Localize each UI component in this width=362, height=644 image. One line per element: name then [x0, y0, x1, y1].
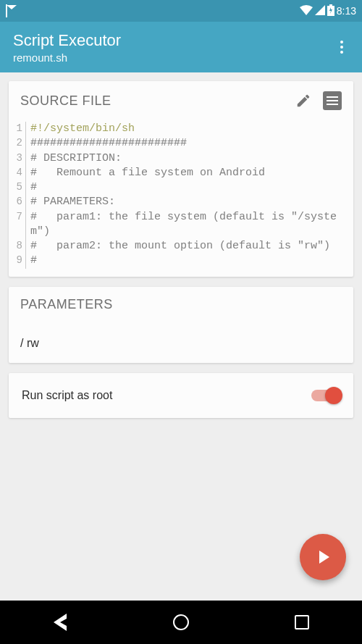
parameters-value[interactable]: / rw: [20, 337, 342, 350]
signal-icon: [315, 5, 325, 17]
code-line: 6# PARAMETERS:: [14, 195, 343, 209]
code-line: 9#: [14, 254, 343, 268]
line-number: 6: [14, 195, 26, 209]
wifi-icon: [300, 5, 313, 17]
code-block[interactable]: 1#!/system/bin/sh2######################…: [9, 117, 353, 277]
line-number: 8: [14, 239, 26, 254]
code-line: 5#: [14, 180, 343, 195]
line-number: 9: [14, 254, 26, 268]
overflow-menu-icon[interactable]: [334, 35, 349, 59]
line-text: # PARAMETERS:: [30, 195, 343, 209]
run-as-root-card: Run script as root: [9, 373, 353, 418]
app-bar: Script Executor remount.sh: [0, 22, 362, 72]
line-number: 1: [14, 122, 26, 136]
edit-icon[interactable]: [294, 91, 313, 110]
line-text: #: [30, 180, 343, 195]
parameters-card: PARAMETERS / rw: [9, 287, 353, 363]
app-title: Script Executor: [13, 31, 121, 50]
run-fab[interactable]: [300, 534, 346, 580]
line-text: # Remount a file system on Android: [30, 166, 343, 180]
parameters-header: PARAMETERS: [20, 297, 113, 312]
source-file-header: SOURCE FILE: [20, 93, 111, 109]
svg-rect-1: [329, 4, 332, 6]
code-line: 1#!/system/bin/sh: [14, 122, 343, 136]
line-text: #!/system/bin/sh: [30, 122, 343, 136]
line-text: # param2: the mount option (default is "…: [30, 239, 343, 254]
code-line: 2########################: [14, 136, 343, 151]
nav-back-button[interactable]: [50, 612, 70, 632]
code-line: 3# DESCRIPTION:: [14, 151, 343, 166]
gmail-icon: [6, 5, 7, 17]
battery-icon: [327, 4, 334, 18]
line-number: 7: [14, 210, 26, 240]
navigation-bar: [0, 601, 362, 644]
list-icon[interactable]: [323, 91, 342, 110]
code-line: 8# param2: the mount option (default is …: [14, 239, 343, 254]
run-as-root-label: Run script as root: [22, 389, 112, 402]
run-as-root-switch[interactable]: [311, 390, 340, 401]
source-file-card: SOURCE FILE 1#!/system/bin/sh2##########…: [9, 81, 353, 277]
status-time: 8:13: [337, 5, 356, 17]
status-bar: 8:13: [0, 0, 362, 22]
line-number: 3: [14, 151, 26, 166]
line-number: 2: [14, 136, 26, 151]
code-line: 7# param1: the file system (default is "…: [14, 210, 343, 240]
code-line: 4# Remount a file system on Android: [14, 166, 343, 180]
app-subtitle: remount.sh: [13, 51, 121, 64]
line-number: 5: [14, 180, 26, 195]
nav-recent-button[interactable]: [292, 612, 312, 632]
line-text: ########################: [30, 136, 343, 151]
line-text: # param1: the file system (default is "/…: [30, 210, 343, 240]
play-icon: [319, 551, 329, 564]
line-number: 4: [14, 166, 26, 180]
line-text: # DESCRIPTION:: [30, 151, 343, 166]
line-text: #: [30, 254, 343, 268]
nav-home-button[interactable]: [171, 612, 191, 632]
